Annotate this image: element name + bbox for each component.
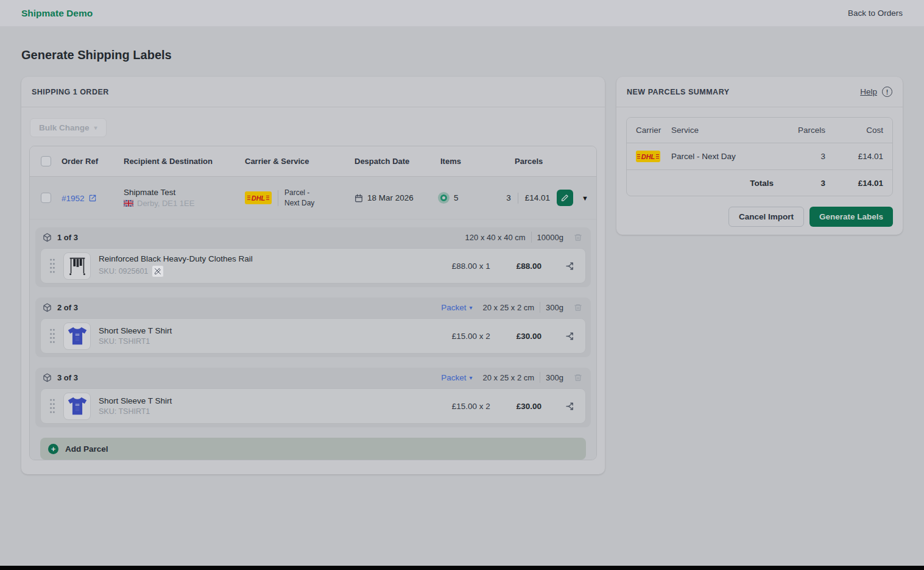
cancel-import-button[interactable]: Cancel Import: [728, 207, 804, 227]
dhl-logo-stripe: [247, 196, 250, 200]
items-count: 5: [454, 193, 459, 202]
parcel-block-2: 2 of 3 Packet ▾ 20 x 25 x 2 cm 300g: [35, 297, 591, 357]
summary-column-service: Service: [671, 126, 774, 135]
edit-order-button[interactable]: [557, 190, 573, 206]
divider: [531, 232, 532, 243]
items-status-icon: [440, 194, 447, 201]
add-parcel-button[interactable]: + Add Parcel: [40, 438, 586, 460]
order-ref-link[interactable]: #1952: [62, 194, 97, 203]
new-parcels-summary-panel: NEW PARCELS SUMMARY Help ! Carrier Servi…: [616, 77, 903, 235]
recipient-name: Shipmate Test: [124, 188, 245, 197]
divider: [540, 372, 540, 383]
chevron-down-icon: ▾: [470, 304, 473, 311]
generate-labels-button[interactable]: Generate Labels: [809, 207, 893, 227]
dhl-logo-text: DHL: [641, 153, 655, 160]
bulk-change-label: Bulk Change: [39, 123, 90, 132]
chevron-down-icon: ▾: [94, 124, 97, 131]
select-all-checkbox[interactable]: [41, 156, 51, 166]
parcels-count: 3: [506, 193, 511, 202]
column-items: Items: [440, 157, 494, 166]
expand-row-caret-icon[interactable]: ▼: [582, 194, 588, 202]
summary-parcels-count: 3: [774, 152, 825, 161]
item-total: £88.00: [517, 262, 541, 271]
item-name: Short Sleeve T Shirt: [99, 396, 444, 405]
order-checkbox[interactable]: [41, 193, 51, 203]
summary-row: DHL Parcel - Next Day 3 £14.01: [627, 143, 892, 170]
packet-type-label: Packet: [441, 373, 466, 382]
bulk-change-button[interactable]: Bulk Change ▾: [30, 118, 107, 137]
delete-parcel-3-button[interactable]: [573, 372, 584, 383]
column-despatch: Despatch Date: [354, 157, 440, 166]
calendar-icon: [354, 194, 363, 202]
parcel-3-label: 3 of 3: [57, 373, 78, 382]
parcel-2-item-row: Short Sleeve T Shirt SKU: TSHIRT1 £15.00…: [40, 318, 586, 354]
summary-cost: £14.01: [825, 152, 892, 161]
totals-cost: £14.01: [825, 179, 892, 188]
delete-parcel-2-button[interactable]: [573, 302, 584, 313]
item-total: £30.00: [517, 332, 541, 341]
totals-parcels: 3: [774, 179, 825, 188]
clothes-rail-product-image: [63, 252, 91, 280]
package-icon: [43, 373, 52, 382]
app-brand: Shipmate Demo: [21, 8, 93, 19]
parcel-1-label: 1 of 3: [57, 233, 78, 242]
parcel-block-3: 3 of 3 Packet ▾ 20 x 25 x 2 cm 300g: [35, 368, 591, 427]
packet-type-dropdown[interactable]: Packet ▾: [441, 373, 472, 382]
item-price-qty: £88.00 x 1: [452, 262, 490, 271]
order-row: #1952 Shipmate Test Derby, DE1 1EE: [30, 177, 596, 219]
split-item-icon[interactable]: [565, 401, 576, 411]
trash-icon: [574, 303, 582, 312]
trash-icon: [574, 233, 582, 242]
drag-handle-icon[interactable]: [49, 327, 55, 344]
info-icon: !: [882, 87, 892, 97]
recipient-destination: Derby, DE1 1EE: [137, 199, 194, 208]
dhl-logo: DHL: [245, 191, 272, 204]
t-shirt-product-image: [63, 322, 91, 350]
item-sku: SKU: TSHIRT1: [99, 407, 150, 416]
parcel-block-1: 1 of 3 120 x 40 x 40 cm 10000g: [35, 227, 591, 287]
item-name: Short Sleeve T Shirt: [99, 326, 444, 335]
item-name: Reinforced Black Heavy-Duty Clothes Rail: [99, 254, 444, 263]
drag-handle-icon[interactable]: [49, 397, 55, 415]
item-sku: SKU: TSHIRT1: [99, 337, 150, 346]
column-order-ref: Order Ref: [62, 157, 124, 166]
parcel-1-weight: 10000g: [537, 233, 563, 242]
divider: [518, 193, 518, 204]
uk-flag-icon: [124, 200, 133, 207]
despatch-date: 18 Mar 2026: [367, 193, 414, 202]
dhl-logo-stripe: [637, 154, 640, 159]
back-to-orders-link[interactable]: Back to Orders: [848, 9, 903, 18]
summary-service: Parcel - Next Day: [671, 152, 774, 161]
order-ref-text: #1952: [62, 194, 85, 203]
packet-type-dropdown[interactable]: Packet ▾: [441, 303, 472, 312]
summary-column-carrier: Carrier: [627, 126, 671, 135]
plus-icon: +: [48, 444, 58, 454]
t-shirt-product-image: [63, 393, 91, 420]
parcel-3-header: 3 of 3 Packet ▾ 20 x 25 x 2 cm 300g: [35, 368, 591, 387]
summary-table-header: Carrier Service Parcels Cost: [627, 118, 892, 143]
delete-parcel-1-button[interactable]: [573, 232, 584, 243]
item-total: £30.00: [517, 402, 541, 411]
dhl-logo-stripe: [656, 154, 659, 159]
packet-type-label: Packet: [441, 303, 466, 312]
split-item-icon[interactable]: [565, 261, 576, 271]
parcel-1-item-row: Reinforced Black Heavy-Duty Clothes Rail…: [40, 248, 586, 283]
edit-disabled-cursor-icon: [152, 265, 164, 277]
drag-handle-icon[interactable]: [49, 257, 55, 274]
shipping-orders-panel: SHIPPING 1 ORDER Bulk Change ▾ Order Ref…: [21, 77, 605, 474]
item-sku: SKU: 0925601: [99, 267, 148, 276]
help-link[interactable]: Help: [860, 87, 877, 96]
pencil-icon: [561, 194, 569, 202]
bottom-edge-bar: [0, 566, 924, 570]
parcel-2-dimensions: 20 x 25 x 2 cm: [483, 303, 535, 312]
dhl-logo: DHL: [636, 151, 660, 162]
split-item-icon[interactable]: [565, 331, 576, 341]
item-price-qty: £15.00 x 2: [452, 402, 490, 411]
column-recipient: Recipient & Destination: [124, 157, 245, 166]
summary-column-cost: Cost: [825, 126, 892, 135]
dhl-logo-stripe: [266, 196, 269, 200]
parcel-2-header: 2 of 3 Packet ▾ 20 x 25 x 2 cm 300g: [35, 297, 591, 317]
parcel-3-item-row: Short Sleeve T Shirt SKU: TSHIRT1 £15.00…: [40, 388, 586, 424]
divider: [278, 190, 278, 206]
external-link-icon: [88, 194, 97, 202]
